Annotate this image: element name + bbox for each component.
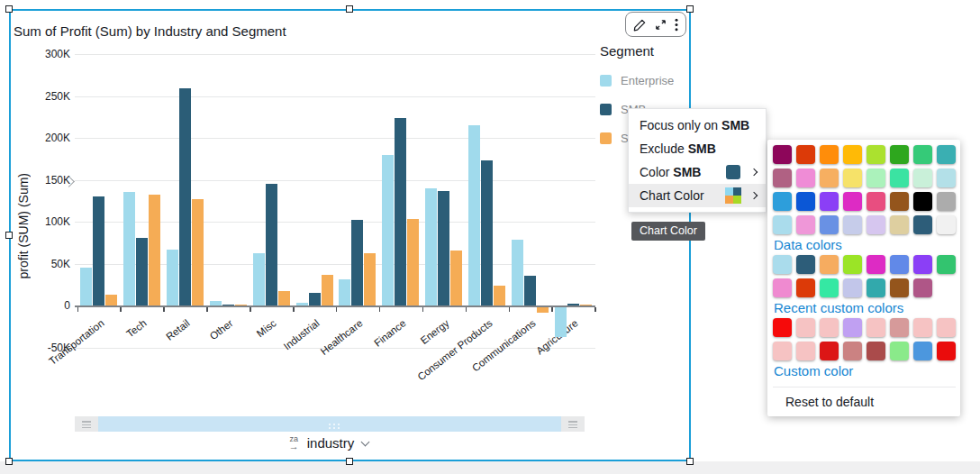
- x-axis-category-label[interactable]: Consumer Products: [409, 317, 494, 387]
- color-swatch[interactable]: [913, 278, 932, 297]
- color-swatch[interactable]: [890, 318, 909, 337]
- bar-smb-agriculture[interactable]: [567, 304, 579, 305]
- bar-smb-misc[interactable]: [266, 184, 277, 305]
- bar-enterprise-retail[interactable]: [167, 250, 178, 305]
- edit-pencil-icon[interactable]: [633, 18, 647, 32]
- sort-za-icon[interactable]: za →: [289, 436, 299, 450]
- menu-item-chart-color[interactable]: Chart Color: [629, 184, 766, 207]
- bar-startup-other[interactable]: [235, 305, 247, 305]
- x-axis-category-label[interactable]: Healthcare: [280, 317, 365, 387]
- color-swatch[interactable]: [796, 255, 815, 274]
- bar-enterprise-communications[interactable]: [512, 240, 523, 305]
- resize-handle-mid-left[interactable]: [5, 232, 13, 239]
- color-swatch[interactable]: [843, 169, 862, 187]
- color-swatch[interactable]: [913, 255, 932, 274]
- color-swatch[interactable]: [820, 215, 839, 234]
- resize-handle-bottom-right[interactable]: [686, 458, 694, 465]
- color-swatch[interactable]: [773, 318, 792, 337]
- bar-smb-transportation[interactable]: [93, 196, 104, 305]
- bar-enterprise-energy[interactable]: [425, 188, 437, 305]
- color-swatch[interactable]: [867, 255, 885, 274]
- bar-enterprise-transportation[interactable]: [80, 268, 92, 305]
- kebab-menu-icon[interactable]: [675, 18, 678, 32]
- x-axis-category-label[interactable]: Industrial: [237, 317, 322, 387]
- color-swatch[interactable]: [867, 342, 885, 360]
- color-swatch[interactable]: [913, 169, 932, 187]
- color-swatch[interactable]: [843, 255, 862, 274]
- color-swatch[interactable]: [773, 145, 792, 164]
- bar-enterprise-finance[interactable]: [382, 155, 394, 305]
- color-swatch[interactable]: [890, 278, 909, 297]
- color-swatch[interactable]: [913, 145, 932, 164]
- scrollbar-right-handle[interactable]: [561, 416, 585, 432]
- color-swatch[interactable]: [796, 169, 815, 187]
- color-swatch[interactable]: [843, 192, 862, 211]
- color-swatch[interactable]: [937, 145, 956, 164]
- color-swatch[interactable]: [843, 318, 862, 337]
- visual-widget[interactable]: Sum of Profit (Sum) by Industry and Segm…: [9, 9, 691, 461]
- bar-smb-energy[interactable]: [438, 191, 449, 305]
- reset-to-default-button[interactable]: Reset to default: [773, 387, 956, 411]
- bar-startup-misc[interactable]: [278, 291, 290, 305]
- bar-smb-healthcare[interactable]: [351, 220, 363, 305]
- x-axis-category-label[interactable]: Other: [150, 317, 235, 387]
- bar-startup-retail[interactable]: [192, 199, 204, 305]
- color-swatch[interactable]: [867, 169, 885, 187]
- resize-handle-top-center[interactable]: [346, 5, 353, 13]
- color-swatch[interactable]: [820, 255, 839, 274]
- color-swatch[interactable]: [937, 255, 956, 274]
- color-swatch[interactable]: [867, 278, 885, 297]
- color-swatch[interactable]: [796, 192, 815, 211]
- bar-enterprise-industrial[interactable]: [296, 303, 308, 305]
- bar-startup-consumer-products[interactable]: [494, 286, 505, 305]
- x-axis-category-label[interactable]: Agriculture: [495, 317, 580, 387]
- color-swatch[interactable]: [890, 169, 909, 187]
- color-swatch[interactable]: [843, 342, 862, 360]
- bar-enterprise-other[interactable]: [210, 301, 222, 305]
- color-swatch[interactable]: [937, 169, 956, 187]
- color-swatch[interactable]: [796, 342, 815, 360]
- color-swatch[interactable]: [820, 192, 839, 211]
- chevron-down-icon[interactable]: [361, 437, 370, 446]
- color-swatch[interactable]: [773, 215, 792, 234]
- color-swatch[interactable]: [796, 215, 815, 234]
- legend-item-enterprise[interactable]: Enterprise: [600, 74, 690, 87]
- bar-enterprise-healthcare[interactable]: [339, 279, 350, 305]
- menu-item-color-smb[interactable]: Color SMB: [629, 160, 766, 184]
- x-axis-category-label[interactable]: Misc: [194, 317, 278, 387]
- color-swatch[interactable]: [913, 318, 932, 337]
- color-swatch[interactable]: [843, 278, 862, 297]
- bar-enterprise-consumer-products[interactable]: [468, 125, 480, 305]
- bar-startup-transportation[interactable]: [105, 295, 117, 305]
- bar-startup-industrial[interactable]: [322, 275, 333, 305]
- color-swatch[interactable]: [820, 145, 839, 164]
- bar-smb-consumer-products[interactable]: [481, 160, 493, 305]
- scrollbar-track[interactable]: [98, 416, 561, 432]
- color-swatch[interactable]: [773, 255, 792, 274]
- color-swatch[interactable]: [867, 318, 885, 337]
- color-swatch[interactable]: [913, 215, 932, 234]
- color-swatch[interactable]: [820, 278, 839, 297]
- scrollbar-left-handle[interactable]: [75, 416, 98, 432]
- color-swatch[interactable]: [867, 192, 885, 211]
- color-swatch[interactable]: [890, 255, 909, 274]
- color-swatch[interactable]: [820, 169, 839, 187]
- resize-handle-bottom-center[interactable]: [346, 458, 353, 465]
- color-swatch[interactable]: [890, 192, 909, 211]
- bar-enterprise-agriculture[interactable]: [555, 307, 567, 337]
- x-axis-category-label[interactable]: Communications: [452, 317, 537, 387]
- bar-smb-communications[interactable]: [524, 276, 536, 305]
- color-swatch[interactable]: [890, 215, 909, 234]
- maximize-icon[interactable]: [654, 18, 667, 32]
- recent-custom-colors-label[interactable]: Recent custom colors: [773, 297, 956, 318]
- bar-smb-retail[interactable]: [179, 88, 191, 305]
- color-swatch[interactable]: [867, 145, 885, 164]
- custom-color-label[interactable]: Custom color: [773, 360, 956, 381]
- x-axis-category-label[interactable]: Energy: [366, 317, 450, 387]
- menu-item-exclude[interactable]: Exclude SMB: [629, 137, 766, 160]
- bar-startup-communications[interactable]: [537, 307, 549, 313]
- plot-area[interactable]: 300K250K200K150K100K50K0-50KTransportati…: [68, 45, 594, 362]
- x-axis-field-control[interactable]: za → industry: [230, 435, 428, 451]
- color-swatch[interactable]: [796, 145, 815, 164]
- menu-item-focus-only[interactable]: Focus only on SMB: [629, 114, 766, 137]
